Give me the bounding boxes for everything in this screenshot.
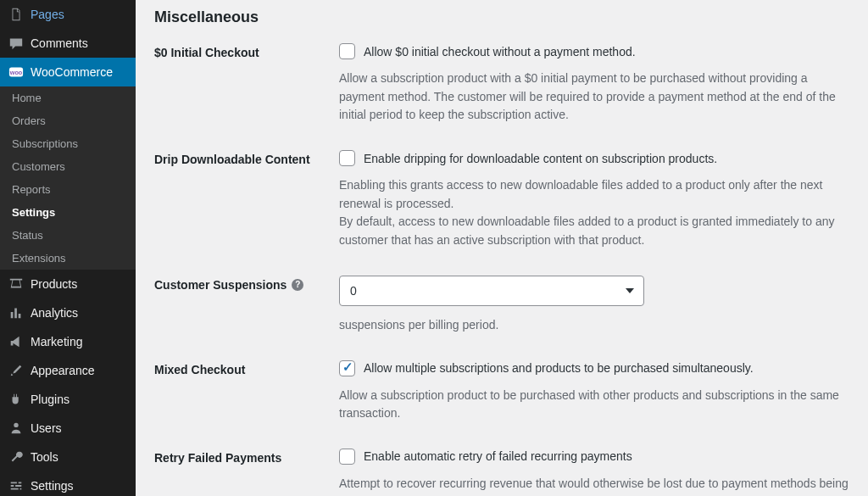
submenu-extensions[interactable]: Extensions <box>0 247 136 270</box>
submenu-customers[interactable]: Customers <box>0 155 136 178</box>
sidebar-label: Marketing <box>31 335 82 348</box>
sidebar-item-woocommerce[interactable]: woo WooCommerce <box>0 58 136 86</box>
sidebar-label: Analytics <box>31 306 78 320</box>
row-zero-initial-checkout: $0 Initial Checkout Allow $0 initial che… <box>154 43 849 125</box>
row-mixed-checkout: Mixed Checkout Allow multiple subscripti… <box>154 360 849 423</box>
label-mixed: Mixed Checkout <box>154 360 339 376</box>
description: Attempt to recover recurring revenue tha… <box>339 475 849 496</box>
submenu-subscriptions[interactable]: Subscriptions <box>0 132 136 155</box>
sidebar-item-plugins[interactable]: Plugins <box>0 385 136 414</box>
products-icon <box>8 276 24 292</box>
label-retry: Retry Failed Payments <box>154 449 339 465</box>
sidebar-label: Appearance <box>31 364 95 377</box>
label-suspensions: Customer Suspensions <box>154 278 287 292</box>
checkbox-mixed[interactable] <box>339 360 355 376</box>
row-customer-suspensions: Customer Suspensions ? 0 suspensions per… <box>154 276 849 335</box>
sidebar-label: Plugins <box>31 393 70 406</box>
label-drip: Drip Downloadable Content <box>154 150 339 166</box>
row-retry-payments: Retry Failed Payments Enable automatic r… <box>154 449 849 496</box>
submenu-reports[interactable]: Reports <box>0 178 136 201</box>
sidebar-item-pages[interactable]: Pages <box>0 0 136 29</box>
sidebar-label: Comments <box>31 36 88 50</box>
sidebar-item-settings[interactable]: Settings <box>0 471 136 496</box>
analytics-icon <box>8 305 24 320</box>
wrench-icon <box>8 449 24 465</box>
plug-icon <box>8 392 24 407</box>
submenu-home[interactable]: Home <box>0 86 136 109</box>
sidebar-item-appearance[interactable]: Appearance <box>0 356 136 385</box>
checkbox-drip[interactable] <box>339 150 355 166</box>
sidebar-item-analytics[interactable]: Analytics <box>0 298 136 327</box>
woocommerce-submenu: Home Orders Subscriptions Customers Repo… <box>0 86 136 270</box>
sidebar-label: Products <box>31 277 77 291</box>
sidebar-label: Tools <box>31 450 58 464</box>
submenu-orders[interactable]: Orders <box>0 109 136 132</box>
sidebar-label: Pages <box>31 8 64 21</box>
checkbox-label: Enable automatic retry of failed recurri… <box>364 449 632 463</box>
description: suspensions per billing period. <box>339 316 849 335</box>
svg-point-2 <box>14 423 18 427</box>
sidebar-item-comments[interactable]: Comments <box>0 29 136 58</box>
description: Enabling this grants access to new downl… <box>339 176 849 250</box>
checkbox-label: Allow multiple subscriptions and product… <box>364 361 754 375</box>
svg-text:woo: woo <box>9 69 23 76</box>
sliders-icon <box>8 478 24 493</box>
sidebar-item-products[interactable]: Products <box>0 270 136 298</box>
sidebar-item-marketing[interactable]: Marketing <box>0 327 136 356</box>
page-icon <box>8 7 24 22</box>
submenu-settings[interactable]: Settings <box>0 201 136 224</box>
main-content: Miscellaneous $0 Initial Checkout Allow … <box>136 0 868 496</box>
user-icon <box>8 421 24 436</box>
submenu-status[interactable]: Status <box>0 224 136 247</box>
row-drip-content: Drip Downloadable Content Enable drippin… <box>154 150 849 250</box>
help-icon[interactable]: ? <box>292 279 303 291</box>
section-title: Miscellaneous <box>154 8 849 26</box>
description: Allow a subscription product to be purch… <box>339 387 849 423</box>
sidebar-label: Settings <box>31 479 74 493</box>
brush-icon <box>8 363 24 378</box>
description: Allow a subscription product with a $0 i… <box>339 70 849 125</box>
sidebar-label: WooCommerce <box>31 65 113 79</box>
checkbox-label: Allow $0 initial checkout without a paym… <box>364 45 636 59</box>
sidebar-item-tools[interactable]: Tools <box>0 443 136 471</box>
sidebar-item-users[interactable]: Users <box>0 414 136 443</box>
megaphone-icon <box>8 334 24 349</box>
select-suspensions[interactable]: 0 <box>339 276 644 306</box>
sidebar-label: Users <box>31 421 62 435</box>
checkbox-retry[interactable] <box>339 449 355 465</box>
admin-sidebar: Pages Comments woo WooCommerce Home Orde… <box>0 0 136 496</box>
comment-icon <box>8 36 24 51</box>
checkbox-label: Enable dripping for downloadable content… <box>364 152 717 165</box>
woocommerce-icon: woo <box>8 64 24 80</box>
checkbox-zero-checkout[interactable] <box>339 43 355 59</box>
label-zero-checkout: $0 Initial Checkout <box>154 43 339 59</box>
